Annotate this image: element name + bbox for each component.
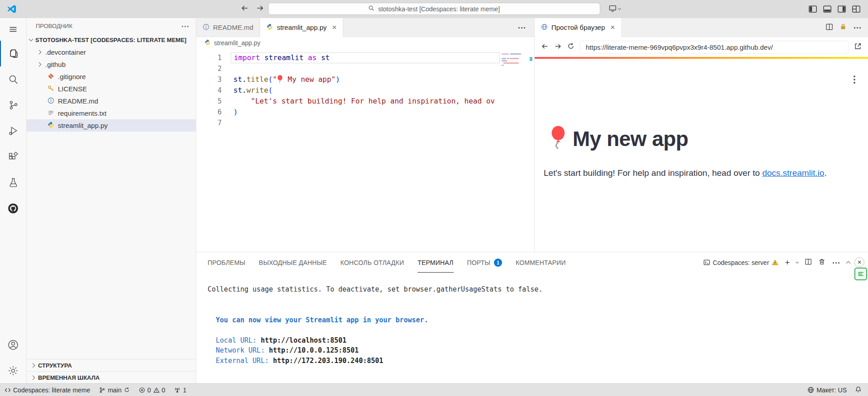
notification-widget[interactable] (854, 268, 867, 280)
terminal-shell-label: Codespaces: server (713, 259, 769, 266)
python-icon (204, 39, 211, 47)
minimap[interactable] (500, 49, 528, 252)
terminal-output[interactable]: Collecting usage statistics. To deactiva… (196, 273, 868, 366)
tab-output[interactable]: ВЫХОДНЫЕ ДАННЫЕ (259, 252, 327, 273)
explorer-more-icon[interactable] (181, 23, 190, 29)
testing-icon[interactable] (0, 170, 26, 195)
file-row-license[interactable]: LICENSE (27, 83, 196, 95)
tab-comments[interactable]: КОММЕНТАРИИ (516, 252, 566, 273)
chevron-right-icon (37, 50, 42, 55)
ports-count: 1 (183, 387, 186, 394)
info-icon (203, 24, 209, 32)
app-paragraph: Let's start building! For help and inspi… (544, 168, 827, 178)
split-editor-icon[interactable] (825, 23, 833, 33)
docs-link[interactable]: docs.streamlit.io (762, 168, 824, 178)
explorer-title: ПРОВОДНИК (36, 23, 72, 29)
source-control-icon[interactable] (0, 92, 26, 118)
code-editor[interactable]: 1 import streamlit as st 2 3 st.title(" … (196, 49, 534, 252)
refresh-icon[interactable] (567, 42, 574, 52)
kebab-menu-icon[interactable] (854, 74, 855, 85)
ports-indicator[interactable]: 1 (174, 387, 186, 394)
trash-icon[interactable] (818, 258, 825, 267)
streamlit-app-content: My new app Let's start building! For hel… (535, 59, 868, 252)
error-count: 0 (147, 387, 151, 394)
file-label: streamlit_app.py (58, 122, 108, 129)
tab-streamlit-app[interactable]: streamlit_app.py × (260, 18, 343, 37)
bell-icon[interactable] (855, 386, 862, 394)
tab-debug-console[interactable]: КОНСОЛЬ ОТЛАДКИ (341, 252, 404, 273)
line-number: 1 (196, 52, 222, 63)
tab-readme[interactable]: README.md (196, 18, 260, 37)
add-terminal-icon[interactable]: + (785, 258, 790, 267)
tab-problems[interactable]: ПРОБЛЕМЫ (208, 252, 245, 273)
overview-ruler (528, 49, 534, 252)
lock-icon[interactable] (840, 23, 847, 32)
history-nav (241, 0, 264, 18)
breadcrumb[interactable]: streamlit_app.py (196, 37, 534, 49)
back-icon[interactable] (241, 4, 249, 14)
customize-layout-icon[interactable] (852, 5, 861, 14)
file-row-readme[interactable]: README.md (27, 95, 196, 107)
outline-section[interactable]: СТРУКТУРА (27, 359, 196, 371)
remote-indicator[interactable]: Codespaces: literate meme (5, 387, 90, 394)
timeline-section[interactable]: ВРЕМЕННАЯ ШКАЛА (27, 371, 196, 383)
tab-label: Простой браузер (551, 24, 605, 31)
file-label: .devcontainer (45, 48, 86, 56)
terminal-shell-icon (703, 259, 710, 266)
file-row-gitignore[interactable]: .gitignore (27, 71, 196, 83)
file-row-streamlit-app[interactable]: streamlit_app.py (27, 119, 196, 132)
remote-menu[interactable] (609, 0, 621, 18)
close-panel-icon[interactable]: × (854, 257, 864, 267)
panel-more-icon[interactable] (832, 259, 840, 266)
sync-icon (124, 387, 130, 393)
back-icon[interactable] (541, 42, 549, 52)
keyboard-layout-indicator[interactable]: Макет: US (807, 387, 847, 394)
branch-label: main (108, 387, 121, 394)
forward-icon[interactable] (554, 42, 562, 52)
command-center-search[interactable]: stotoshka-test [Codespaces: literate mem… (268, 3, 600, 15)
url-input[interactable]: https://literate-meme-969vpq6pvpx3x9r4-8… (580, 41, 849, 54)
file-row-github[interactable]: .github (27, 58, 196, 71)
terminal-line: Network URL: http://10.0.0.125:8501 (208, 345, 868, 356)
split-terminal-icon[interactable] (805, 258, 812, 267)
file-row-devcontainer[interactable]: .devcontainer (27, 46, 196, 58)
search-activity-icon[interactable] (0, 66, 26, 92)
explorer-root-folder[interactable]: STOTOSHKA-TEST [CODESPACES: LITERATE MEM… (27, 33, 196, 46)
terminal-profile-select[interactable]: Codespaces: server (703, 259, 779, 266)
explorer-icon[interactable] (0, 41, 26, 66)
status-bar-right: Макет: US (807, 386, 862, 394)
close-icon[interactable]: × (611, 24, 615, 31)
toggle-secondary-sidebar-icon[interactable] (837, 5, 846, 14)
simple-browser-panel: Простой браузер × h (534, 18, 868, 252)
remote-indicator-icon (5, 387, 11, 393)
account-icon[interactable] (0, 332, 26, 358)
toggle-sidebar-icon[interactable] (808, 5, 817, 14)
tab-terminal[interactable]: ТЕРМИНАЛ (417, 252, 453, 273)
problems-indicator[interactable]: 0 0 (139, 387, 166, 394)
terminal-line: Collecting usage statistics. To deactiva… (208, 284, 868, 295)
chevron-down-icon[interactable] (796, 260, 799, 263)
close-icon[interactable]: × (332, 24, 337, 31)
github-icon[interactable] (0, 195, 26, 221)
tab-simple-browser[interactable]: Простой браузер × (535, 18, 622, 37)
file-row-requirements[interactable]: requirements.txt (27, 107, 196, 119)
balloon-icon (550, 126, 566, 149)
line-number: 6 (196, 107, 222, 118)
editor-more-icon[interactable] (517, 18, 526, 37)
branch-icon (99, 387, 105, 393)
tab-ports[interactable]: ПОРТЫ 1 (467, 252, 503, 273)
maximize-panel-icon[interactable] (846, 261, 851, 266)
toggle-panel-icon[interactable] (823, 5, 832, 14)
branch-indicator[interactable]: main (99, 387, 129, 394)
settings-gear-icon[interactable] (0, 358, 26, 383)
browser-more-icon[interactable] (853, 24, 862, 32)
tab-label: streamlit_app.py (277, 24, 327, 31)
run-debug-icon[interactable] (0, 118, 26, 144)
open-external-icon[interactable] (854, 42, 862, 52)
extensions-icon[interactable] (0, 144, 26, 170)
code-line: 4 st.write( (196, 85, 500, 96)
globe-icon (541, 24, 548, 32)
menu-icon[interactable] (0, 18, 26, 41)
forward-icon[interactable] (256, 4, 264, 14)
status-bar-left: Codespaces: literate meme main 0 0 1 (5, 387, 186, 394)
